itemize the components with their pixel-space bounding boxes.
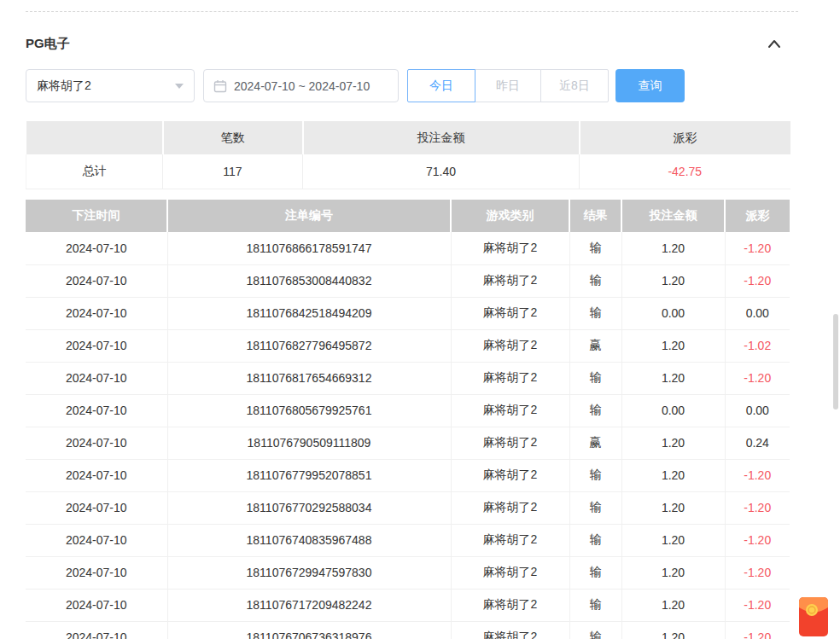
range-button-last8days[interactable]: 近8日 (540, 69, 609, 102)
cell-payout: 0.00 (725, 394, 790, 427)
summary-payout: -42.75 (580, 154, 790, 189)
cell-result: 输 (569, 394, 621, 427)
cell-bet-time: 2024-07-10 (26, 589, 167, 621)
game-select-value: 麻将胡了2 (37, 78, 91, 94)
header-order-no: 注单编号 (167, 200, 451, 232)
red-packet-button[interactable] (799, 597, 828, 636)
chevron-up-icon (767, 39, 782, 52)
bet-history-table: 下注时间 注单编号 游戏类别 结果 投注金额 派彩 2024-07-101811… (26, 200, 790, 639)
cell-order-no: 1811076779952078851 (167, 459, 451, 491)
table-row: 2024-07-101811076817654669312麻将胡了2输1.20-… (26, 362, 790, 394)
cell-bet-amount: 1.20 (621, 427, 725, 459)
cell-game-type: 麻将胡了2 (451, 297, 569, 329)
cell-game-type: 麻将胡了2 (451, 427, 569, 459)
cell-bet-amount: 1.20 (621, 232, 725, 264)
table-row: 2024-07-101811076706736318976麻将胡了2输1.20-… (26, 621, 790, 639)
cell-game-type: 麻将胡了2 (451, 621, 569, 639)
query-button[interactable]: 查询 (615, 69, 685, 102)
cell-order-no: 1811076827796495872 (167, 329, 451, 362)
summary-header-payout: 派彩 (580, 121, 790, 154)
filter-bar: 麻将胡了2 2024-07-10 ~ 2024-07-10 今日 昨日 近8日 … (26, 69, 685, 102)
cell-bet-amount: 0.00 (621, 297, 725, 329)
summary-header-blank (26, 121, 163, 154)
quick-range-group: 今日 昨日 近8日 (407, 69, 609, 102)
cell-order-no: 1811076817654669312 (167, 362, 451, 394)
cell-bet-amount: 1.20 (621, 524, 725, 556)
cell-result: 输 (569, 524, 621, 556)
cell-result: 赢 (569, 329, 621, 362)
cell-order-no: 1811076805679925761 (167, 394, 451, 427)
top-dashed-divider (26, 11, 798, 12)
table-row: 2024-07-101811076805679925761麻将胡了2输0.000… (26, 394, 790, 427)
cell-payout: -1.20 (725, 459, 790, 491)
section-header: PG电子 (26, 34, 782, 53)
cell-bet-time: 2024-07-10 (26, 524, 167, 556)
header-game-type: 游戏类别 (451, 200, 569, 232)
cell-payout: 0.24 (725, 427, 790, 459)
cell-payout: -1.20 (725, 362, 790, 394)
cell-bet-amount: 1.20 (621, 362, 725, 394)
summary-table: 笔数 投注金额 派彩 总计 117 71.40 -42.75 (26, 121, 790, 189)
cell-game-type: 麻将胡了2 (451, 524, 569, 556)
report-page: PG电子 麻将胡了2 2024-07-10 ~ 2024-07-10 今日 昨日… (0, 0, 840, 639)
table-row: 2024-07-101811076779952078851麻将胡了2输1.20-… (26, 459, 790, 491)
table-row: 2024-07-101811076827796495872麻将胡了2赢1.20-… (26, 329, 790, 362)
bet-table-body: 2024-07-101811076866178591747麻将胡了2输1.20-… (26, 232, 790, 639)
cell-result: 输 (569, 264, 621, 297)
cell-game-type: 麻将胡了2 (451, 362, 569, 394)
summary-header-bet-amount: 投注金额 (303, 121, 580, 154)
summary-header-count: 笔数 (163, 121, 303, 154)
cell-payout: -1.20 (725, 264, 790, 297)
cell-game-type: 麻将胡了2 (451, 491, 569, 524)
cell-game-type: 麻将胡了2 (451, 589, 569, 621)
cell-bet-time: 2024-07-10 (26, 264, 167, 297)
cell-bet-amount: 1.20 (621, 329, 725, 362)
date-range-picker[interactable]: 2024-07-10 ~ 2024-07-10 (203, 69, 399, 102)
cell-payout: -1.20 (725, 232, 790, 264)
table-row: 2024-07-101811076853008440832麻将胡了2输1.20-… (26, 264, 790, 297)
cell-game-type: 麻将胡了2 (451, 264, 569, 297)
table-row: 2024-07-101811076717209482242麻将胡了2输1.20-… (26, 589, 790, 621)
cell-order-no: 1811076770292588034 (167, 491, 451, 524)
cell-bet-amount: 0.00 (621, 394, 725, 427)
cell-payout: -1.20 (725, 524, 790, 556)
cell-game-type: 麻将胡了2 (451, 459, 569, 491)
cell-order-no: 1811076866178591747 (167, 232, 451, 264)
cell-order-no: 1811076842518494209 (167, 297, 451, 329)
cell-payout: -1.20 (725, 589, 790, 621)
cell-game-type: 麻将胡了2 (451, 394, 569, 427)
game-select[interactable]: 麻将胡了2 (26, 69, 195, 102)
summary-count: 117 (163, 154, 303, 189)
cell-game-type: 麻将胡了2 (451, 556, 569, 589)
summary-bet-amount: 71.40 (303, 154, 580, 189)
cell-payout: -1.20 (725, 556, 790, 589)
cell-bet-time: 2024-07-10 (26, 556, 167, 589)
header-result: 结果 (569, 200, 621, 232)
collapse-section-button[interactable] (767, 38, 782, 49)
cell-bet-time: 2024-07-10 (26, 362, 167, 394)
cell-order-no: 1811076853008440832 (167, 264, 451, 297)
cell-result: 输 (569, 232, 621, 264)
cell-order-no: 1811076740835967488 (167, 524, 451, 556)
cell-order-no: 1811076790509111809 (167, 427, 451, 459)
header-bet-amount: 投注金额 (621, 200, 725, 232)
table-row: 2024-07-101811076866178591747麻将胡了2输1.20-… (26, 232, 790, 264)
table-row: 2024-07-101811076842518494209麻将胡了2输0.000… (26, 297, 790, 329)
vertical-scrollbar-thumb[interactable] (833, 314, 838, 410)
cell-bet-time: 2024-07-10 (26, 491, 167, 524)
date-range-value: 2024-07-10 ~ 2024-07-10 (234, 79, 370, 93)
range-button-today[interactable]: 今日 (407, 69, 475, 102)
cell-bet-amount: 1.20 (621, 589, 725, 621)
cell-bet-time: 2024-07-10 (26, 459, 167, 491)
cell-result: 输 (569, 362, 621, 394)
calendar-icon (213, 79, 227, 93)
cell-order-no: 1811076729947597830 (167, 556, 451, 589)
bet-history-section: 下注时间 注单编号 游戏类别 结果 投注金额 派彩 2024-07-101811… (26, 200, 790, 639)
cell-result: 输 (569, 297, 621, 329)
cell-payout: -1.20 (725, 621, 790, 639)
cell-bet-amount: 1.20 (621, 459, 725, 491)
caret-down-icon (175, 84, 184, 89)
cell-bet-amount: 1.20 (621, 621, 725, 639)
cell-bet-time: 2024-07-10 (26, 427, 167, 459)
range-button-yesterday[interactable]: 昨日 (475, 69, 541, 102)
